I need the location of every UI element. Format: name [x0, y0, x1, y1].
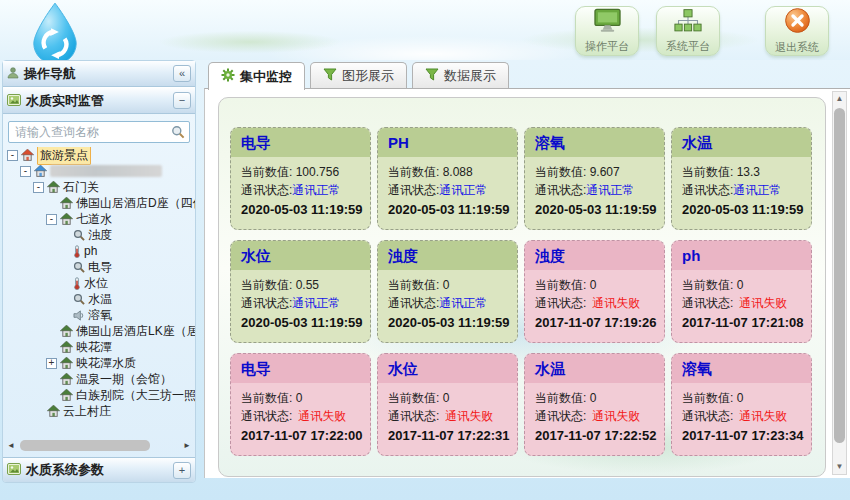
tab-graphic-display[interactable]: 图形展示 — [310, 62, 407, 89]
system-platform-button[interactable]: 系统平台 — [656, 6, 720, 56]
card-timestamp: 2020-05-03 11:19:59 — [241, 202, 360, 217]
tree-item[interactable]: -石门关 — [3, 179, 195, 195]
card-value: 0 — [590, 278, 597, 292]
tree-expander-icon[interactable]: - — [33, 182, 44, 193]
tree-item[interactable]: -旅游景点 — [3, 147, 195, 163]
tree-item[interactable]: 溶氧 — [3, 307, 195, 323]
thermometer-icon — [73, 277, 81, 290]
horizontal-scrollbar[interactable]: ◄ ► — [6, 439, 192, 452]
card-timestamp: 2017-11-07 17:23:34 — [682, 428, 801, 443]
card-status-label: 通讯状态: — [241, 296, 292, 310]
params-panel-title: 水质系统参数 — [26, 461, 168, 479]
tree-item-label: 水位 — [84, 275, 108, 292]
tree-item[interactable]: 浊度 — [3, 227, 195, 243]
tree-item[interactable]: 云上村庄 — [3, 403, 195, 419]
picture-icon — [7, 92, 21, 110]
card-value: 0 — [296, 391, 303, 405]
card-timestamp: 2017-11-07 17:19:26 — [535, 315, 654, 330]
monitor-card[interactable]: PH 当前数值: 8.088 通讯状态:通讯正常 2020-05-03 11:1… — [377, 127, 518, 230]
house-blue-icon — [34, 165, 47, 177]
monitor-card[interactable]: 浊度 当前数值: 0 通讯状态:通讯正常 2020-05-03 11:19:59 — [377, 240, 518, 343]
params-panel-header[interactable]: 水质系统参数 + — [3, 457, 195, 482]
water-drop-logo-icon — [28, 2, 82, 68]
card-title: 浊度 — [378, 241, 517, 270]
monitor-card[interactable]: 电导 当前数值: 100.756 通讯状态:通讯正常 2020-05-03 11… — [230, 127, 371, 230]
tab-data-display[interactable]: 数据展示 — [412, 62, 509, 89]
tab-centralized-monitoring[interactable]: 集中监控 — [208, 62, 305, 90]
house-green-icon — [60, 357, 73, 369]
scroll-up-icon[interactable]: ▲ — [836, 92, 844, 106]
tree-item-label: 电导 — [88, 259, 112, 276]
tree-item[interactable]: -七道水 — [3, 211, 195, 227]
tree-expander-icon[interactable]: - — [20, 166, 31, 177]
collapse-panel-button[interactable]: − — [173, 92, 191, 109]
card-title: 溶氧 — [525, 128, 664, 157]
card-value: 0 — [737, 278, 744, 292]
tree-expander-icon[interactable]: - — [46, 214, 57, 225]
tree-item[interactable]: 佛国山居酒店LK座（居有 — [3, 323, 195, 339]
card-status: 通讯失败 — [592, 296, 640, 310]
scroll-right-icon[interactable]: ► — [182, 441, 192, 450]
search-input[interactable] — [8, 121, 190, 143]
tree-item[interactable]: 电导 — [3, 259, 195, 275]
monitor-card[interactable]: 水位 当前数值: 0.55 通讯状态:通讯正常 2020-05-03 11:19… — [230, 240, 371, 343]
tree-item[interactable]: ph — [3, 243, 195, 259]
card-status: 通讯正常 — [439, 183, 487, 197]
page: 操作平台 系统平台 — [0, 0, 850, 500]
collapse-sidebar-button[interactable]: « — [173, 65, 191, 82]
monitor-card[interactable]: 水位 当前数值: 0 通讯状态:通讯失败 2017-11-07 17:22:31 — [377, 353, 518, 456]
card-title: 浊度 — [525, 241, 664, 270]
monitor-card[interactable]: 水温 当前数值: 13.3 通讯状态:通讯正常 2020-05-03 11:19… — [671, 127, 812, 230]
card-value: 8.088 — [443, 165, 473, 179]
operation-platform-button[interactable]: 操作平台 — [575, 6, 639, 56]
exit-system-button[interactable]: 退出系统 — [765, 6, 829, 56]
thermometer-icon — [73, 245, 81, 258]
house-red-icon — [21, 149, 34, 161]
search-icon[interactable] — [171, 125, 185, 143]
tree-item[interactable]: +映花潭水质 — [3, 355, 195, 371]
card-status-label: 通讯状态: — [388, 296, 439, 310]
app-header: 操作平台 系统平台 — [0, 0, 850, 60]
card-status-label: 通讯状态: — [388, 409, 439, 423]
vscroll-thumb[interactable] — [834, 108, 845, 443]
card-value-label: 当前数值: — [388, 165, 439, 179]
expand-params-button[interactable]: + — [173, 462, 191, 479]
tree-item[interactable]: 水位 — [3, 275, 195, 291]
card-value-label: 当前数值: — [682, 391, 733, 405]
scroll-down-icon[interactable]: ▼ — [836, 460, 844, 474]
tree-item[interactable]: 水温 — [3, 291, 195, 307]
tree-item[interactable]: - — [3, 163, 195, 179]
magnifier-icon — [73, 261, 85, 273]
monitor-card[interactable]: 溶氧 当前数值: 0 通讯状态:通讯失败 2017-11-07 17:23:34 — [671, 353, 812, 456]
tree-item[interactable]: 映花潭 — [3, 339, 195, 355]
card-title: 溶氧 — [672, 354, 811, 383]
main-area: 集中监控 图形展示 数据展示 — [204, 60, 850, 478]
vertical-scrollbar[interactable]: ▲ ▼ — [832, 91, 847, 475]
gear-icon — [221, 68, 235, 85]
tree-expander-icon[interactable]: + — [46, 358, 57, 369]
card-status-label: 通讯状态: — [682, 183, 733, 197]
site-tree: -旅游景点--石门关佛国山居酒店D座（四位--七道水浊度ph电导水位水温溶氧佛国… — [3, 147, 195, 435]
tree-item-label: 旅游景点 — [37, 147, 91, 165]
tree-item[interactable]: 温泉一期（会馆） — [3, 371, 195, 387]
card-value-label: 当前数值: — [388, 391, 439, 405]
tree-expander-icon[interactable]: - — [7, 150, 18, 161]
tree-item[interactable]: 白族别院（大三坊一照壁 — [3, 387, 195, 403]
scroll-left-icon[interactable]: ◄ — [6, 441, 16, 450]
monitor-card[interactable]: 水温 当前数值: 0 通讯状态:通讯失败 2017-11-07 17:22:52 — [524, 353, 665, 456]
hscroll-thumb[interactable] — [20, 440, 150, 451]
card-status-label: 通讯状态: — [241, 183, 292, 197]
water-quality-panel-header[interactable]: 水质实时监管 − — [3, 87, 195, 114]
tab-label: 集中监控 — [240, 68, 292, 86]
monitor-card[interactable]: 浊度 当前数值: 0 通讯状态:通讯失败 2017-11-07 17:19:26 — [524, 240, 665, 343]
person-icon — [7, 65, 19, 83]
tab-content: 电导 当前数值: 100.756 通讯状态:通讯正常 2020-05-03 11… — [204, 88, 850, 478]
picture-icon — [7, 461, 21, 479]
card-status: 通讯失败 — [445, 409, 493, 423]
tab-label: 数据展示 — [444, 67, 496, 85]
monitor-card[interactable]: 电导 当前数值: 0 通讯状态:通讯失败 2017-11-07 17:22:00 — [230, 353, 371, 456]
monitor-card[interactable]: ph 当前数值: 0 通讯状态:通讯失败 2017-11-07 17:21:08 — [671, 240, 812, 343]
tree-item[interactable]: 佛国山居酒店D座（四位- — [3, 195, 195, 211]
monitor-card[interactable]: 溶氧 当前数值: 9.607 通讯状态:通讯正常 2020-05-03 11:1… — [524, 127, 665, 230]
card-status-label: 通讯状态: — [241, 409, 292, 423]
